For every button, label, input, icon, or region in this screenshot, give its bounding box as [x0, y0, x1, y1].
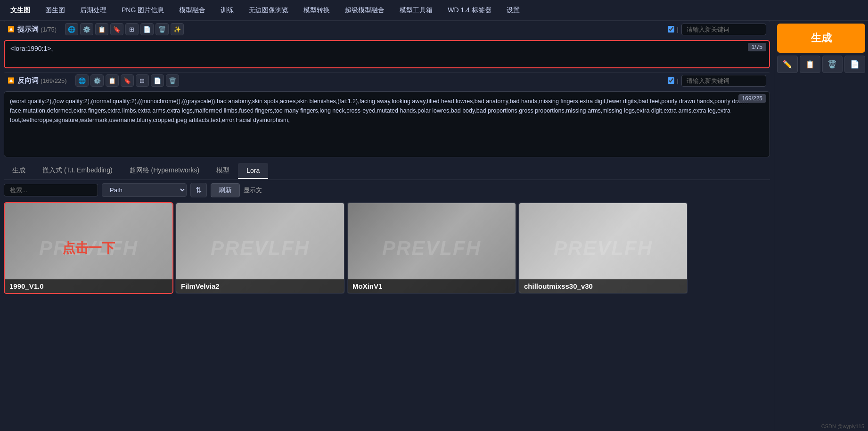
positive-prompt-section: <lora:1990:1>, 1/75	[4, 40, 770, 68]
nav-item-txt2img[interactable]: 文生图	[4, 2, 37, 18]
positive-counter-badge: 1/75	[748, 43, 766, 51]
bookmark-btn[interactable]: 🔖	[110, 23, 123, 35]
tab-model[interactable]: 模型	[208, 163, 238, 179]
lora-card-3[interactable]: PREVLFH chilloutmixss30_v30	[518, 202, 688, 294]
edit-action-btn[interactable]: ✏️	[777, 56, 798, 73]
lora-preview-text-1: PREVLFH	[211, 237, 310, 260]
tab-embedding[interactable]: 嵌入式 (T.I. Embedding)	[34, 163, 121, 179]
neg-paste-btn[interactable]: 📋	[106, 74, 119, 87]
nav-item-train[interactable]: 训练	[214, 2, 240, 18]
lora-grid: PREVLFH 点击一下 1990_V1.0 PREVLFH FilmVelvi…	[0, 200, 774, 296]
nav-item-settings[interactable]: 设置	[500, 2, 526, 18]
negative-prompt-header: 🔼 反向词 (169/225) 🌐 ⚙️ 📋 🔖 ⊞ 📄 🗑️ |	[4, 72, 770, 89]
nav-item-infinite-browse[interactable]: 无边图像浏览	[242, 2, 295, 18]
left-panel: 🔼 提示词 (1/75) 🌐 ⚙️ 📋 🔖 ⊞ 📄 🗑️ ✨ | <lora:1…	[0, 21, 774, 431]
refresh-button[interactable]: 刷新	[211, 183, 240, 197]
lora-preview-text-2: PREVLFH	[382, 237, 481, 260]
nav-item-model-merge[interactable]: 模型融合	[172, 2, 212, 18]
globe-btn[interactable]: 🌐	[65, 23, 78, 35]
magic-btn[interactable]: ✨	[171, 23, 184, 35]
positive-prompt-header: 🔼 提示词 (1/75) 🌐 ⚙️ 📋 🔖 ⊞ 📄 🗑️ ✨ |	[4, 21, 770, 37]
action-buttons-row: ✏️ 📋 🗑️ 📄	[777, 56, 865, 73]
lora-click-hint-0: 点击一下	[62, 239, 115, 257]
negative-keyword-input[interactable]	[681, 75, 766, 87]
tab-hypernetworks[interactable]: 超网络 (Hypernetworks)	[121, 163, 208, 179]
negative-prompt-count: (169/225)	[41, 77, 67, 84]
main-content: 🔼 提示词 (1/75) 🌐 ⚙️ 📋 🔖 ⊞ 📄 🗑️ ✨ | <lora:1…	[0, 21, 868, 431]
lora-tabs: 生成 嵌入式 (T.I. Embedding) 超网络 (Hypernetwor…	[4, 163, 770, 180]
lora-toolbar: Path ⇅ 刷新 显示文	[0, 180, 774, 200]
neg-bookmark-btn[interactable]: 🔖	[121, 74, 134, 87]
path-select[interactable]: Path	[102, 183, 187, 197]
trash-btn[interactable]: 🗑️	[156, 23, 169, 35]
neg-copy-btn[interactable]: 📄	[151, 74, 164, 87]
lora-card-name-1: FilmVelvia2	[176, 279, 344, 293]
negative-enable-checkbox[interactable]	[668, 77, 674, 84]
tab-generate[interactable]: 生成	[4, 163, 34, 179]
nav-item-model-toolbox[interactable]: 模型工具箱	[393, 2, 439, 18]
paste-action-btn[interactable]: 📄	[844, 56, 865, 73]
lora-card-name-2: MoXinV1	[348, 279, 516, 293]
neg-grid-btn[interactable]: ⊞	[136, 74, 149, 87]
copy-action-btn[interactable]: 📋	[800, 56, 820, 73]
neg-globe-btn[interactable]: 🌐	[75, 74, 89, 87]
paste-btn[interactable]: 📋	[95, 23, 108, 35]
nav-item-postprocess[interactable]: 后期处理	[74, 2, 113, 18]
sort-button[interactable]: ⇅	[190, 183, 207, 197]
neg-trash-btn[interactable]: 🗑️	[166, 74, 179, 87]
lora-search-input[interactable]	[4, 184, 98, 196]
lora-preview-text-3: PREVLFH	[554, 237, 653, 260]
positive-prompt-count: (1/75)	[41, 26, 57, 33]
grid-btn[interactable]: ⊞	[125, 23, 139, 35]
tab-lora[interactable]: Lora	[238, 163, 268, 179]
nav-item-model-convert[interactable]: 模型转换	[297, 2, 336, 18]
lora-card-2[interactable]: PREVLFH MoXinV1	[347, 202, 516, 294]
negative-counter-badge: 169/225	[738, 94, 766, 103]
watermark: CSDN @wyply115	[821, 423, 864, 429]
lora-card-name-0: 1990_V1.0	[5, 279, 172, 293]
nav-item-wd-tagger[interactable]: WD 1.4 标签器	[441, 2, 498, 18]
right-panel: 生成 ✏️ 📋 🗑️ 📄	[774, 21, 868, 431]
negative-prompt-section: 169/225	[4, 91, 770, 159]
delete-action-btn[interactable]: 🗑️	[822, 56, 843, 73]
positive-keyword-input[interactable]	[681, 24, 766, 35]
generate-button[interactable]: 生成	[777, 24, 865, 53]
neg-settings-btn[interactable]: ⚙️	[90, 74, 104, 87]
neg-collapse-icon[interactable]: 🔼	[8, 77, 15, 84]
display-label: 显示文	[244, 186, 262, 195]
top-navigation: 文生图 图生图 后期处理 PNG 图片信息 模型融合 训练 无边图像浏览 模型转…	[0, 0, 868, 21]
collapse-icon[interactable]: 🔼	[8, 26, 15, 33]
lora-card-name-3: chilloutmixss30_v30	[519, 279, 687, 293]
settings-btn[interactable]: ⚙️	[80, 23, 93, 35]
nav-item-png-info[interactable]: PNG 图片信息	[115, 2, 171, 18]
copy-btn[interactable]: 📄	[140, 23, 154, 35]
nav-item-super-merge[interactable]: 超级模型融合	[338, 2, 391, 18]
lora-card-1[interactable]: PREVLFH FilmVelvia2	[175, 202, 345, 294]
negative-prompt-textarea[interactable]	[4, 91, 770, 157]
positive-prompt-input[interactable]: <lora:1990:1>,	[4, 40, 770, 68]
lora-card-0[interactable]: PREVLFH 点击一下 1990_V1.0	[4, 202, 173, 294]
positive-prompt-label: 提示词	[17, 25, 39, 34]
nav-item-img2img[interactable]: 图生图	[39, 2, 72, 18]
positive-enable-checkbox[interactable]	[668, 26, 674, 33]
negative-prompt-label: 反向词	[17, 76, 39, 85]
